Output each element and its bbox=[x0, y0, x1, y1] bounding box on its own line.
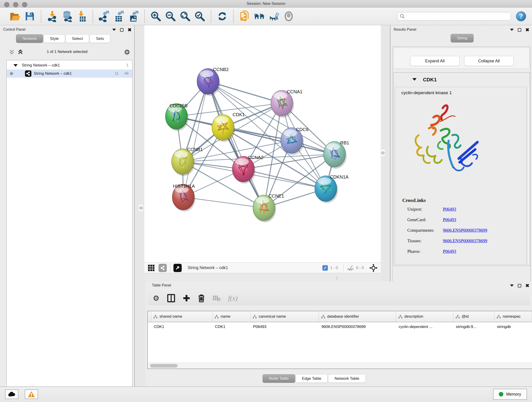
clear-table-icon[interactable] bbox=[213, 295, 220, 302]
table-cell[interactable]: stringdb bbox=[494, 323, 532, 331]
protein-structure-image bbox=[406, 100, 488, 178]
panel-float-icon[interactable] bbox=[518, 28, 521, 32]
table-cell[interactable]: cyclin-dependent ... bbox=[396, 323, 453, 331]
network-node-ccna1[interactable]: CCNA1 bbox=[271, 89, 302, 118]
save-session-icon[interactable] bbox=[24, 11, 36, 22]
zoom-out-icon[interactable] bbox=[165, 11, 176, 22]
tab-edge-table[interactable]: Edge Table bbox=[296, 374, 328, 383]
column-header--id[interactable]: @id bbox=[453, 311, 494, 322]
column-header-canonical-name[interactable]: canonical name bbox=[250, 311, 319, 322]
results-tab-string[interactable]: String bbox=[451, 34, 474, 42]
crosslink-link[interactable]: P06493 bbox=[443, 207, 456, 211]
table-cell[interactable]: P06493 bbox=[250, 323, 319, 331]
panel-collapse-icon[interactable] bbox=[112, 29, 116, 31]
grid-view-icon[interactable] bbox=[147, 264, 155, 272]
collapse-all-button[interactable]: Collapse All bbox=[464, 56, 514, 66]
network-canvas[interactable]: CCNB2CCNA1CDC25BCDK1CDC6RB1CCNB1CCNA2CDK… bbox=[144, 25, 381, 262]
expander-icon[interactable] bbox=[13, 64, 18, 67]
tab-sets[interactable]: Sets bbox=[89, 34, 110, 43]
tab-node-table[interactable]: Node Table bbox=[263, 374, 295, 383]
table-cell[interactable]: CDK1 bbox=[212, 323, 250, 331]
crosslink-link[interactable]: P06493 bbox=[443, 249, 456, 254]
hscrollbar-handle[interactable] bbox=[150, 364, 177, 368]
window-title: Session: New Session bbox=[0, 1, 532, 6]
control-panel-title: Control Panel bbox=[3, 27, 25, 32]
network-node-ccne1[interactable]: CCNE1 bbox=[253, 193, 284, 222]
network-node-rb1[interactable]: RB1 bbox=[323, 140, 349, 169]
panel-float-icon[interactable] bbox=[518, 284, 521, 287]
table-cell[interactable]: 9606.ENSP00000378699 bbox=[319, 323, 396, 331]
table-row[interactable]: CDK1CDK1P064939606.ENSP00000378699cyclin… bbox=[148, 323, 532, 331]
right-splitter-handle[interactable] bbox=[380, 149, 385, 156]
share-file-icon[interactable] bbox=[239, 11, 250, 22]
zoom-fit-icon[interactable] bbox=[179, 11, 191, 22]
memory-button[interactable]: Memory bbox=[493, 389, 527, 400]
tab-style[interactable]: Style bbox=[44, 34, 65, 43]
column-header-database-identifier[interactable]: database identifier bbox=[319, 311, 396, 322]
network-node-ccnb2[interactable]: CCNB2 bbox=[197, 67, 229, 96]
panel-close-icon[interactable]: ✖ bbox=[525, 283, 529, 288]
export-network-icon[interactable] bbox=[98, 11, 110, 22]
cloud-button[interactable] bbox=[5, 389, 18, 399]
gear-icon[interactable]: ⚙ bbox=[124, 48, 130, 56]
zoom-in-icon[interactable] bbox=[150, 11, 162, 22]
panel-close-icon[interactable]: ✖ bbox=[128, 27, 132, 32]
delete-column-icon[interactable] bbox=[198, 294, 205, 302]
open-session-icon[interactable] bbox=[9, 11, 21, 22]
panel-collapse-icon[interactable] bbox=[510, 284, 514, 287]
search-input[interactable] bbox=[407, 14, 508, 18]
network-node-cdkn1a[interactable]: CDKN1A bbox=[315, 174, 349, 203]
table-cell[interactable]: CDK1 bbox=[151, 323, 212, 331]
network-node-cdc25b[interactable]: CDC25B bbox=[165, 103, 189, 131]
results-scrollbar[interactable] bbox=[527, 87, 530, 264]
crosslink-link[interactable]: P06493 bbox=[443, 217, 456, 222]
birdseye-crosshair-icon[interactable] bbox=[369, 264, 378, 272]
panel-float-icon[interactable] bbox=[120, 28, 123, 32]
export-image-icon[interactable] bbox=[128, 11, 139, 22]
import-network-icon[interactable] bbox=[46, 11, 58, 22]
network-node-ccna2[interactable]: CCNA2 bbox=[232, 155, 264, 184]
expander-icon[interactable] bbox=[412, 78, 417, 81]
crosslink-link[interactable]: 9606.ENSP00000378699 bbox=[443, 238, 487, 243]
expand-all-button[interactable]: Expand All bbox=[410, 56, 460, 66]
bottom-splitter-handle[interactable] bbox=[337, 276, 337, 280]
hidden-eye-icon[interactable] bbox=[347, 265, 354, 271]
tab-network[interactable]: Network bbox=[16, 34, 43, 43]
table-hscrollbar[interactable] bbox=[148, 363, 532, 369]
table-cell[interactable]: stringdb:9... bbox=[453, 323, 494, 331]
help-icon[interactable]: ? bbox=[516, 11, 526, 21]
import-database-icon[interactable] bbox=[61, 11, 73, 22]
network-collection-row[interactable]: String Network – cdk1 1 bbox=[7, 61, 132, 70]
function-builder-icon[interactable]: f(x) bbox=[228, 294, 238, 302]
panel-close-icon[interactable]: ✖ bbox=[525, 27, 529, 32]
tab-select[interactable]: Select bbox=[65, 34, 89, 43]
import-table-icon[interactable] bbox=[76, 11, 87, 22]
homes-icon[interactable] bbox=[254, 11, 265, 22]
crosslink-label: Uniprot: bbox=[407, 207, 443, 212]
zoom-selected-icon[interactable] bbox=[194, 11, 206, 22]
refresh-icon[interactable] bbox=[216, 11, 228, 22]
show-graphics-icon[interactable] bbox=[283, 11, 294, 22]
panel-collapse-icon[interactable] bbox=[510, 29, 514, 31]
toolbar-separator bbox=[343, 264, 344, 272]
network-node-cdc6[interactable]: CDC6 bbox=[281, 127, 308, 155]
column-header-name[interactable]: name bbox=[212, 311, 250, 322]
table-settings-gear-icon[interactable]: ⚙ bbox=[153, 294, 159, 303]
hide-graphics-icon[interactable] bbox=[268, 11, 280, 22]
add-column-icon[interactable] bbox=[183, 294, 190, 302]
network-row-selected[interactable]: String Network – cdk1 11 48 bbox=[7, 70, 132, 78]
tab-network-table[interactable]: Network Table bbox=[328, 374, 365, 383]
open-in-window-icon[interactable] bbox=[173, 264, 182, 272]
left-splitter-handle[interactable] bbox=[139, 204, 143, 211]
crosslink-link[interactable]: 9606.ENSP00000378699 bbox=[443, 228, 487, 233]
network-node-hist1h1a[interactable]: HIST1H1A bbox=[172, 184, 196, 211]
export-table-icon[interactable] bbox=[113, 11, 124, 22]
selected-nodes-checkbox-icon[interactable]: ✓ bbox=[322, 265, 328, 271]
column-header-namespac[interactable]: namespac bbox=[494, 311, 532, 322]
network-share-icon[interactable] bbox=[158, 264, 167, 272]
show-columns-icon[interactable] bbox=[167, 294, 175, 302]
gene-section-header[interactable]: CDK1 bbox=[394, 73, 530, 87]
column-header-shared-name[interactable]: shared name bbox=[151, 311, 212, 322]
warning-button[interactable] bbox=[25, 389, 38, 399]
column-header-description[interactable]: description bbox=[396, 311, 453, 322]
